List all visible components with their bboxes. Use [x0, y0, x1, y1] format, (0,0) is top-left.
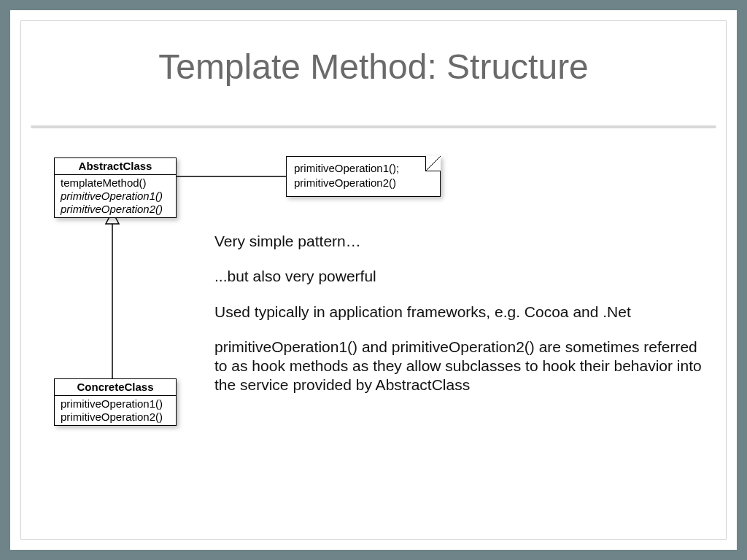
note-line: primitiveOperation1();	[294, 161, 433, 176]
uml-class-abstract: AbstractClass templateMethod() primitive…	[54, 158, 177, 218]
uml-class-name: ConcreteClass	[55, 379, 176, 396]
paragraph: Very simple pattern…	[214, 232, 713, 251]
uml-class-concrete: ConcreteClass primitiveOperation1() prim…	[54, 378, 177, 426]
uml-method: templateMethod()	[61, 176, 170, 190]
uml-method: primitiveOperation2()	[61, 203, 170, 216]
uml-class-name: AbstractClass	[55, 158, 176, 175]
note-line: primitiveOperation2()	[294, 176, 433, 190]
slide-body: Very simple pattern… ...but also very po…	[214, 232, 713, 411]
uml-note: primitiveOperation1(); primitiveOperatio…	[286, 156, 441, 197]
paragraph: primitiveOperation1() and primitiveOpera…	[214, 338, 713, 395]
slide-title: Template Method: Structure	[10, 47, 737, 87]
uml-method: primitiveOperation1()	[61, 397, 170, 411]
note-fold-icon	[425, 156, 441, 171]
uml-method: primitiveOperation1()	[61, 190, 170, 203]
divider	[31, 125, 716, 128]
uml-method: primitiveOperation2()	[61, 411, 170, 424]
paragraph: Used typically in application frameworks…	[214, 303, 713, 322]
paragraph: ...but also very powerful	[214, 267, 713, 286]
